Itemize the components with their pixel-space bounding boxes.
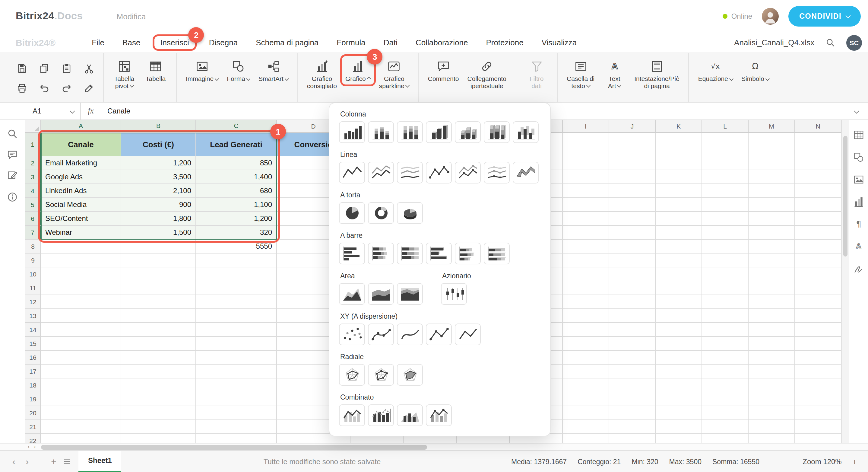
cell-J10[interactable] — [609, 267, 656, 281]
cell-C2[interactable]: 850 — [196, 156, 277, 170]
cell-L1[interactable] — [702, 133, 749, 156]
row-header-4[interactable]: 4 — [25, 184, 41, 198]
row-header-1[interactable]: 1 — [25, 133, 41, 156]
hscroll-left-icon[interactable]: ‹ — [28, 443, 30, 450]
cell-B9[interactable] — [121, 254, 196, 267]
cell-M6[interactable] — [749, 212, 795, 226]
cell-N2[interactable] — [795, 156, 841, 170]
cell-L16[interactable] — [702, 351, 749, 364]
toolbar-sparkline-button[interactable]: Graficosparkline — [375, 56, 413, 91]
cell-I13[interactable] — [563, 309, 609, 323]
cell-M4[interactable] — [749, 184, 795, 198]
cell-C12[interactable] — [196, 295, 277, 309]
cell-N20[interactable] — [795, 406, 841, 420]
cell-M7[interactable] — [749, 226, 795, 240]
vertical-scrollbar-thumb[interactable] — [843, 136, 847, 257]
chart-type-combo-area-col-icon[interactable] — [397, 404, 423, 426]
cell-C14[interactable] — [196, 323, 277, 337]
cell-I6[interactable] — [563, 212, 609, 226]
col-header-M[interactable]: M — [749, 120, 795, 132]
cell-N22[interactable] — [795, 434, 841, 443]
cell-A9[interactable] — [41, 254, 121, 267]
add-sheet-button[interactable]: + — [47, 455, 60, 468]
chart-type-col-stacked-icon[interactable] — [368, 121, 394, 143]
chart-type-combo-custom-icon[interactable] — [426, 404, 452, 426]
share-button[interactable]: CONDIVIDI — [788, 6, 861, 27]
chart-type-bar-100-icon[interactable] — [397, 243, 423, 264]
chart-type-line-stacked-markers-icon[interactable] — [455, 162, 481, 183]
paste-button[interactable] — [58, 60, 75, 77]
cell-J9[interactable] — [609, 254, 656, 267]
cell-J13[interactable] — [609, 309, 656, 323]
print-button[interactable] — [13, 80, 30, 96]
chart-type-radar-icon[interactable] — [339, 364, 365, 386]
menu-tab-schema-di-pagina[interactable]: Schema di pagina — [254, 36, 320, 50]
chart-type-area-100-icon[interactable] — [397, 283, 423, 305]
cell-J18[interactable] — [609, 379, 656, 392]
col-header-I[interactable]: I — [563, 120, 609, 132]
user-initials-badge[interactable]: SC — [846, 35, 862, 50]
chart-type-radar-markers-icon[interactable] — [368, 364, 394, 386]
row-header-8[interactable]: 8 — [25, 240, 41, 254]
col-header-K[interactable]: K — [656, 120, 702, 132]
cell-A1[interactable]: Canale — [41, 133, 121, 156]
cell-A20[interactable] — [41, 406, 121, 420]
cell-A13[interactable] — [41, 309, 121, 323]
cell-N5[interactable] — [795, 198, 841, 212]
menu-tab-file[interactable]: File — [91, 36, 105, 50]
row-header-20[interactable]: 20 — [25, 406, 41, 420]
row-header-18[interactable]: 18 — [25, 379, 41, 392]
cell-J6[interactable] — [609, 212, 656, 226]
cell-C10[interactable] — [196, 267, 277, 281]
menu-tab-base[interactable]: Base — [121, 36, 142, 50]
cell-K10[interactable] — [656, 267, 702, 281]
cell-M19[interactable] — [749, 392, 795, 406]
cell-I12[interactable] — [563, 295, 609, 309]
toolbar-symbol-button[interactable]: ΩSimbolo — [738, 56, 773, 84]
format-painter-button[interactable] — [80, 80, 97, 96]
cell-J22[interactable] — [609, 434, 656, 443]
cell-K16[interactable] — [656, 351, 702, 364]
cell-M12[interactable] — [749, 295, 795, 309]
cell-L4[interactable] — [702, 184, 749, 198]
row-header-16[interactable]: 16 — [25, 351, 41, 364]
cell-B12[interactable] — [121, 295, 196, 309]
cell-K11[interactable] — [656, 281, 702, 295]
cell-K5[interactable] — [656, 198, 702, 212]
chart-type-col-100-icon[interactable] — [397, 121, 423, 143]
chart-type-bar-stacked-icon[interactable] — [368, 243, 394, 264]
cell-B4[interactable]: 2,100 — [121, 184, 196, 198]
cell-I14[interactable] — [563, 323, 609, 337]
toolbar-text-box-button[interactable]: Casella ditesto — [563, 56, 598, 91]
chart-type-scatter-icon[interactable] — [339, 324, 365, 345]
cell-J16[interactable] — [609, 351, 656, 364]
cell-I15[interactable] — [563, 337, 609, 351]
toolbar-equation-button[interactable]: √xEquazione — [694, 56, 737, 84]
toolbar-shape-button[interactable]: Forma — [223, 56, 254, 84]
chart-type-stock-icon[interactable] — [441, 283, 467, 305]
undo-button[interactable] — [36, 80, 53, 96]
cell-J3[interactable] — [609, 170, 656, 184]
cell-B17[interactable] — [121, 364, 196, 379]
cell-C15[interactable] — [196, 337, 277, 351]
cell-A6[interactable]: SEO/Content — [41, 212, 121, 226]
cell-J7[interactable] — [609, 226, 656, 240]
cell-B16[interactable] — [121, 351, 196, 364]
cell-I11[interactable] — [563, 281, 609, 295]
cell-L19[interactable] — [702, 392, 749, 406]
cell-I1[interactable] — [563, 133, 609, 156]
toolbar-comment-button[interactable]: Commento — [424, 56, 463, 84]
cell-C16[interactable] — [196, 351, 277, 364]
cell-M1[interactable] — [749, 133, 795, 156]
cell-N21[interactable] — [795, 420, 841, 434]
cell-M13[interactable] — [749, 309, 795, 323]
cell-A12[interactable] — [41, 295, 121, 309]
menu-tab-dati[interactable]: Dati — [382, 36, 399, 50]
col-header-J[interactable]: J — [609, 120, 656, 132]
chart-settings-icon[interactable] — [852, 196, 865, 208]
row-header-15[interactable]: 15 — [25, 337, 41, 351]
cell-B8[interactable] — [121, 240, 196, 254]
cell-B10[interactable] — [121, 267, 196, 281]
cell-C5[interactable]: 1,100 — [196, 198, 277, 212]
cell-A14[interactable] — [41, 323, 121, 337]
